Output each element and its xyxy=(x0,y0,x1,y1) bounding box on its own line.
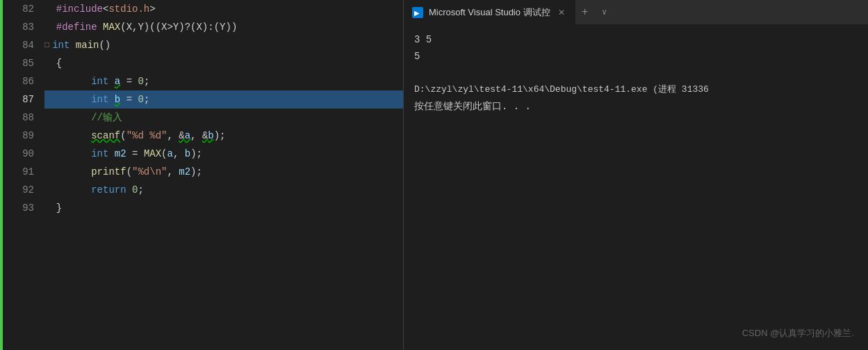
output-panel: ▶ Microsoft Visual Studio 调试控 ✕ + ∨ 3 5 … xyxy=(403,0,868,350)
output-line-1: 3 5 xyxy=(414,31,858,48)
output-content[interactable]: 3 5 5 D:\zzyl\zyl\test4-11\x64\Debug\tes… xyxy=(404,24,868,350)
code-line-84: □ int main() xyxy=(44,36,403,54)
code-line-93: } xyxy=(44,199,403,217)
output-line-3 xyxy=(414,65,858,81)
line-num-87: 87 xyxy=(22,90,34,109)
line-num-83: 83 xyxy=(22,18,34,36)
code-line-83: #define MAX(X,Y)((X>Y)?(X):(Y)) xyxy=(44,18,403,36)
vs-icon: ▶ xyxy=(412,7,423,18)
watermark: CSDN @认真学习的小雅兰. xyxy=(742,327,854,340)
line-num-92: 92 xyxy=(22,181,34,199)
line-num-85: 85 xyxy=(22,54,34,72)
line-num-93: 93 xyxy=(22,199,34,217)
line-num-82: 82 xyxy=(22,0,34,18)
line-num-91: 91 xyxy=(22,163,34,181)
line-num-90: 90 xyxy=(22,145,34,163)
output-line-2: 5 xyxy=(414,48,858,65)
code-line-86: int a = 0; xyxy=(44,72,403,90)
code-line-92: return 0; xyxy=(44,181,403,199)
code-line-91: printf("%d\n", m2); xyxy=(44,163,403,181)
line-num-89: 89 xyxy=(22,127,34,145)
output-path-line: D:\zzyl\zyl\test4-11\x64\Debug\test4-11.… xyxy=(414,81,858,98)
line-num-84: 84 xyxy=(22,36,34,54)
line-num-88: 88 xyxy=(22,109,34,127)
code-content-area[interactable]: #include<stdio.h> #define MAX(X,Y)((X>Y)… xyxy=(41,0,403,350)
output-close-prompt: 按任意键关闭此窗口. . . xyxy=(414,98,858,115)
code-line-90: int m2 = MAX(a, b); xyxy=(44,145,403,163)
code-line-82: #include<stdio.h> xyxy=(44,0,403,18)
code-line-88: //输入 xyxy=(44,109,403,127)
line-num-86: 86 xyxy=(22,72,34,90)
code-line-87: int b = 0; xyxy=(44,90,403,109)
new-tab-button[interactable]: + xyxy=(575,0,595,24)
tab-dropdown-button[interactable]: ∨ xyxy=(595,0,614,24)
tab-close-button[interactable]: ✕ xyxy=(556,7,567,18)
output-tab-title: Microsoft Visual Studio 调试控 xyxy=(429,6,550,19)
code-line-85: { xyxy=(44,54,403,72)
line-numbers: 82 83 84 85 86 87 88 89 90 91 92 93 xyxy=(3,0,41,350)
code-line-89: scanf("%d %d", &a, &b); xyxy=(44,127,403,145)
code-editor: 82 83 84 85 86 87 88 89 90 91 92 93 #inc… xyxy=(0,0,403,350)
output-tab[interactable]: ▶ Microsoft Visual Studio 调试控 ✕ xyxy=(404,0,575,24)
output-titlebar: ▶ Microsoft Visual Studio 调试控 ✕ + ∨ xyxy=(404,0,868,24)
svg-text:▶: ▶ xyxy=(414,10,420,17)
